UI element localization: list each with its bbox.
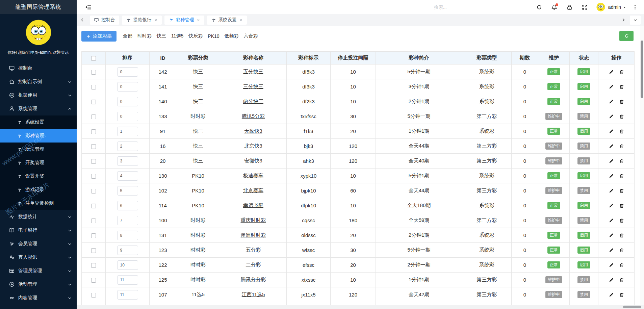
tabs-scroll-left-icon[interactable] [80,18,85,22]
delete-icon[interactable] [619,218,624,223]
edit-icon[interactable] [609,129,614,134]
sidebar-item-框架使用[interactable]: OK框架使用 [0,88,77,102]
lottery-name-link[interactable]: 澳洲时时彩 [241,232,266,238]
notifications-bell-icon[interactable] [551,4,558,10]
sort-input[interactable] [117,231,138,240]
maintain-badge[interactable]: 正常 [547,247,560,253]
row-checkbox[interactable] [91,218,96,223]
sort-input[interactable] [117,67,138,77]
edit-icon[interactable] [609,144,614,149]
edit-icon[interactable] [609,99,614,104]
sort-input[interactable] [117,201,138,210]
delete-icon[interactable] [619,203,624,208]
lottery-name-link[interactable]: 幸运飞艇 [243,202,263,208]
row-checkbox[interactable] [91,174,96,179]
maintain-badge[interactable]: 正常 [547,68,560,75]
status-badge[interactable]: 禁用 [577,276,590,283]
sidebar-collapse-icon[interactable] [84,3,92,11]
delete-icon[interactable] [619,69,624,75]
sidebar-subitem-玩法管理[interactable]: 玩法管理 [0,143,77,156]
horizontal-scrollbar-thumb[interactable] [623,306,641,308]
delete-icon[interactable] [619,129,624,134]
row-checkbox[interactable] [91,293,96,298]
maintain-badge[interactable]: 维护中 [545,276,562,283]
sort-input[interactable] [117,156,138,166]
row-checkbox[interactable] [91,100,96,104]
delete-icon[interactable] [619,188,624,194]
maintain-badge[interactable]: 维护中 [545,143,562,149]
row-checkbox[interactable] [91,189,96,194]
lottery-name-link[interactable]: 五分彩 [246,247,261,253]
row-checkbox[interactable] [91,129,96,134]
filter-全部[interactable]: 全部 [123,33,132,39]
edit-icon[interactable] [609,173,614,179]
status-badge[interactable]: 禁用 [577,291,590,298]
lottery-name-link[interactable]: 极速赛车 [243,173,263,178]
close-icon[interactable] [197,18,200,22]
lottery-name-link[interactable]: 五分快三 [243,69,263,74]
status-badge[interactable]: 禁用 [577,187,590,194]
close-icon[interactable] [239,18,243,22]
tab-控制台[interactable]: 控制台 [90,16,119,25]
status-badge[interactable]: 启用 [577,261,590,268]
vertical-scrollbar-thumb[interactable] [641,41,643,98]
sort-input[interactable] [117,290,138,300]
maintain-badge[interactable]: 正常 [547,261,560,268]
sidebar-item-会员管理[interactable]: 会员管理 [0,237,77,251]
maintain-badge[interactable]: 正常 [547,98,560,105]
edit-icon[interactable] [609,233,614,238]
row-checkbox[interactable] [91,85,96,89]
lottery-name-link[interactable]: 两分快三 [243,98,263,104]
sidebar-item-控制台示例[interactable]: 控制台示例 [0,75,77,88]
row-checkbox[interactable] [91,278,96,283]
row-checkbox[interactable] [91,233,96,238]
status-badge[interactable]: 启用 [577,128,590,134]
status-badge[interactable]: 禁用 [577,113,590,120]
lottery-name-link[interactable]: 腾讯分分彩 [241,277,266,282]
tab-提款银行[interactable]: 提款银行 [122,16,162,25]
filter-快乐彩[interactable]: 快乐彩 [188,33,203,39]
tab-彩种管理[interactable]: 彩种管理 [164,16,204,25]
row-checkbox[interactable] [91,144,96,149]
delete-icon[interactable] [619,158,624,164]
delete-icon[interactable] [619,292,624,298]
status-badge[interactable]: 启用 [577,172,590,179]
row-checkbox[interactable] [91,70,96,75]
tabs-menu-button[interactable] [630,16,641,25]
maintain-badge[interactable]: 正常 [547,83,560,90]
lottery-name-link[interactable]: 江西11选5 [242,291,265,297]
lottery-name-link[interactable]: 无敌快3 [244,128,262,134]
close-icon[interactable] [154,18,158,22]
edit-icon[interactable] [609,262,614,268]
sidebar-item-活动管理[interactable]: 活动管理 [0,278,77,291]
maintain-badge[interactable]: 正常 [547,232,560,238]
tab-系统设置[interactable]: 系统设置 [207,16,247,25]
filter-六合彩[interactable]: 六合彩 [244,33,258,39]
sort-input[interactable] [117,82,138,92]
sort-input[interactable] [117,260,138,270]
sort-input[interactable] [117,171,138,181]
maintain-badge[interactable]: 正常 [547,172,560,179]
sidebar-subitem-彩种管理[interactable]: 彩种管理 [0,129,77,143]
delete-icon[interactable] [619,233,624,238]
edit-icon[interactable] [609,248,614,253]
status-badge[interactable]: 启用 [577,232,590,238]
edit-icon[interactable] [609,114,614,119]
sidebar-item-内容管理[interactable]: 内容管理 [0,291,77,305]
tabs-scroll-right-icon[interactable] [621,18,626,22]
status-badge[interactable]: 启用 [577,83,590,90]
delete-icon[interactable] [619,262,624,268]
sort-input[interactable] [117,275,138,285]
edit-icon[interactable] [609,292,614,298]
sort-input[interactable] [117,141,138,151]
maintain-badge[interactable]: 维护中 [545,157,562,164]
maintain-badge[interactable]: 维护中 [545,291,562,298]
status-badge[interactable]: 禁用 [577,157,590,164]
lottery-name-link[interactable]: 二分彩 [246,262,261,267]
filter-低频彩[interactable]: 低频彩 [225,33,239,39]
filter-快三[interactable]: 快三 [157,33,166,39]
status-badge[interactable]: 启用 [577,68,590,75]
lottery-name-link[interactable]: 重庆时时彩 [241,217,266,223]
user-avatar-small[interactable] [596,3,605,11]
horizontal-scrollbar[interactable] [77,305,644,309]
